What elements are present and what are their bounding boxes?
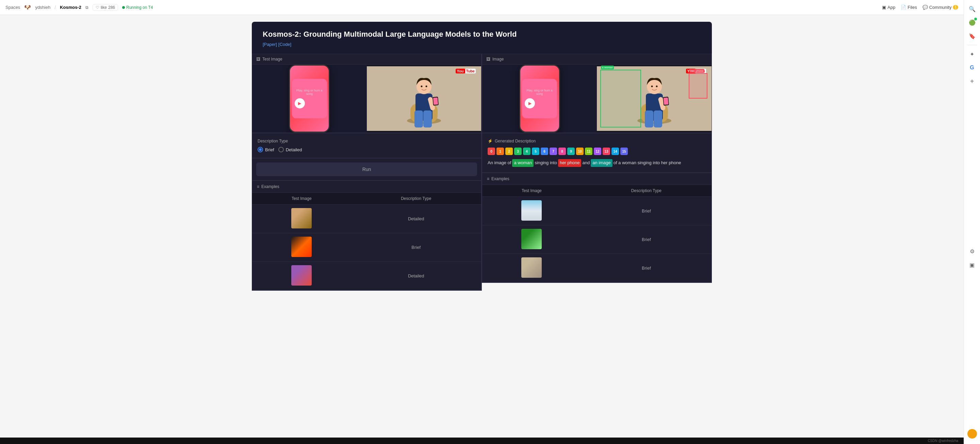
extensions-icon[interactable]: ✦ xyxy=(966,48,978,60)
heart-icon: ♡ xyxy=(95,5,99,10)
examples-list-icon: ≡ xyxy=(257,184,259,189)
nav-emoji: 🐶 xyxy=(24,4,31,11)
cartoon-thumbnail xyxy=(291,265,312,285)
search-icon[interactable]: 🔍 xyxy=(966,3,978,15)
table-row[interactable]: Brief xyxy=(482,197,711,225)
table-row[interactable]: Detailed xyxy=(252,262,481,290)
table-row[interactable]: Brief xyxy=(252,233,481,262)
token-row: 0123456789101112131415 xyxy=(488,147,706,155)
spaces-link[interactable]: Spaces xyxy=(5,5,20,10)
token-badge[interactable]: 2 xyxy=(505,147,513,155)
output-play-button: ▶ xyxy=(525,98,535,108)
dogs-thumbnail xyxy=(291,208,312,228)
detailed-option[interactable]: Detailed xyxy=(278,147,302,152)
settings-icon[interactable]: ⚙ xyxy=(966,246,978,258)
left-examples-header-row: Test Image Description Type xyxy=(252,193,481,205)
add-icon[interactable]: + xyxy=(966,75,978,87)
test-image-label: Test Image xyxy=(262,57,282,62)
run-button[interactable]: Run xyxy=(256,162,477,176)
person-thumbnail xyxy=(521,229,542,249)
svg-point-21 xyxy=(656,86,657,87)
woman-svg xyxy=(400,66,448,131)
token-badge[interactable]: 13 xyxy=(603,147,610,155)
community-tab[interactable]: 💬 Community 1 xyxy=(923,3,958,11)
woman-bbox: a woman xyxy=(600,70,641,127)
nav-repo[interactable]: Kosmos-2 xyxy=(60,5,81,10)
avatar[interactable] xyxy=(967,429,977,439)
image-output-header: 🖼 Image ✎ ✕ xyxy=(482,54,711,65)
svg-rect-14 xyxy=(645,111,653,127)
description-text: An image of a woman singing into her pho… xyxy=(488,159,706,167)
table-row[interactable]: Detailed xyxy=(252,205,481,233)
desc-highlight-image[interactable]: an image xyxy=(591,159,612,167)
right-col-test-image: Test Image xyxy=(482,185,581,197)
token-badge[interactable]: 10 xyxy=(576,147,584,155)
token-badge[interactable]: 15 xyxy=(620,147,628,155)
brief-radio[interactable] xyxy=(258,147,263,152)
output-phone-screen: Play, sing or hum a song ▶ xyxy=(522,79,557,118)
app-tab[interactable]: ▣ App xyxy=(882,3,895,11)
svg-point-10 xyxy=(425,86,427,87)
top-nav: Spaces 🐶 ydshieh / Kosmos-2 ⧉ ♡ like 286… xyxy=(0,0,964,15)
detailed-radio[interactable] xyxy=(278,147,284,152)
detailed-label: Detailed xyxy=(286,147,302,152)
files-icon: 📄 xyxy=(901,5,906,10)
phone-screen: Play, sing or hum a song ▶ xyxy=(292,79,327,118)
right-examples-list-icon: ≡ xyxy=(487,176,489,181)
right-column: 🖼 Image ✎ ✕ Pl xyxy=(482,54,712,291)
right-sidebar: 🔍 🟢 🔖 ✦ G + ⚙ ▣ xyxy=(964,0,980,444)
token-badge[interactable]: 0 xyxy=(488,147,495,155)
bookmark-icon[interactable]: 🔖 xyxy=(966,30,978,42)
google-icon[interactable]: G xyxy=(966,62,978,74)
token-badge[interactable]: 6 xyxy=(541,147,548,155)
phone-image-half: Play, sing or hum a song ▶ xyxy=(252,65,367,133)
left-examples-table: Test Image Description Type Detailed xyxy=(252,193,481,290)
token-badge[interactable]: 11 xyxy=(585,147,592,155)
token-badge[interactable]: 9 xyxy=(567,147,575,155)
files-tab[interactable]: 📄 Files xyxy=(901,3,917,11)
notification-icon[interactable]: 🟢 xyxy=(966,16,978,29)
token-badge[interactable]: 8 xyxy=(558,147,566,155)
copy-icon[interactable]: ⧉ xyxy=(86,5,89,10)
desc-highlight-phone[interactable]: her phone xyxy=(558,159,582,167)
desc-word-singing: singing into xyxy=(535,159,557,166)
token-badge[interactable]: 3 xyxy=(514,147,522,155)
brief-option[interactable]: Brief xyxy=(258,147,274,152)
resize-icon[interactable]: ▣ xyxy=(966,259,978,271)
desc-word-an: An image of xyxy=(488,159,511,166)
svg-rect-8 xyxy=(433,97,438,105)
example-image-cell xyxy=(482,225,581,254)
app-links: [Paper] [Code] xyxy=(263,41,701,47)
desc-word-and: and xyxy=(582,159,590,166)
desc-highlight-woman[interactable]: a woman xyxy=(512,159,533,167)
right-examples-section: ≡ Examples Test Image Description Type xyxy=(482,173,712,283)
run-panel: Run xyxy=(252,158,482,181)
token-badge[interactable]: 7 xyxy=(550,147,557,155)
left-column: 🖼 Test Image ✎ ✕ xyxy=(252,54,482,291)
like-button[interactable]: ♡ like 286 xyxy=(92,4,118,11)
image-icon: 🖼 xyxy=(256,57,260,62)
paper-link[interactable]: [Paper] xyxy=(263,42,277,47)
example-image-cell xyxy=(482,254,581,282)
youtube-logo: YouTube xyxy=(456,69,476,73)
example-desc-type: Brief xyxy=(581,197,711,225)
left-examples-label: Examples xyxy=(261,184,279,189)
woman-bbox-label: a woman xyxy=(601,66,614,69)
token-badge[interactable]: 4 xyxy=(523,147,530,155)
token-badge[interactable]: 5 xyxy=(532,147,539,155)
svg-point-9 xyxy=(421,86,422,87)
token-badge[interactable]: 1 xyxy=(496,147,504,155)
community-badge: 1 xyxy=(953,5,958,10)
output-phone-visual: Play, sing or hum a song ▶ xyxy=(519,65,560,133)
example-desc-type: Detailed xyxy=(351,205,481,233)
sky-thumbnail xyxy=(521,200,542,220)
image-output-label: Image xyxy=(492,57,504,62)
nav-author[interactable]: ydshieh xyxy=(35,5,50,10)
example-image-cell xyxy=(482,197,581,225)
code-link[interactable]: [Code] xyxy=(278,42,291,47)
token-badge[interactable]: 14 xyxy=(611,147,619,155)
token-badge[interactable]: 12 xyxy=(594,147,601,155)
table-row[interactable]: Brief xyxy=(482,225,711,254)
table-row[interactable]: Brief xyxy=(482,254,711,282)
like-label: like xyxy=(101,5,107,10)
